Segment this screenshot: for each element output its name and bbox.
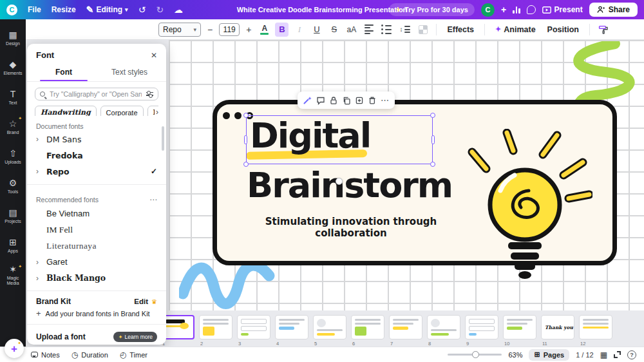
close-icon[interactable]: ✕	[151, 51, 157, 60]
position-button[interactable]: Position	[544, 25, 583, 34]
page-thumbnail-image[interactable]	[313, 315, 346, 339]
trash-icon[interactable]	[366, 95, 377, 106]
font-family-selector[interactable]: Repo ▾	[158, 23, 201, 37]
help-button[interactable]: ?	[627, 350, 636, 359]
editing-mode-menu[interactable]: ✎ Editing ▾	[86, 5, 128, 14]
insights-icon[interactable]	[513, 6, 520, 14]
undo-button[interactable]: ↺	[138, 5, 146, 14]
recommended-more-icon[interactable]: ⋯	[149, 195, 157, 204]
page-thumbnail[interactable]: 9	[465, 315, 498, 347]
comment-icon[interactable]	[315, 95, 326, 106]
bullet-list-button[interactable]	[379, 23, 393, 37]
resize-menu[interactable]: Resize	[52, 5, 76, 14]
zoom-slider[interactable]	[448, 354, 502, 356]
page-thumbnail[interactable]: 10	[503, 315, 536, 347]
selection-handle[interactable]	[430, 113, 435, 118]
sidebar-item-projects[interactable]: ▤Projects	[0, 201, 26, 231]
page-thumbnail-image[interactable]	[275, 315, 308, 339]
sidebar-item-design[interactable]: ▦Design	[0, 23, 26, 53]
selection-handle[interactable]	[430, 162, 435, 167]
selection-handle[interactable]	[243, 113, 249, 118]
font-row-be-vietnam[interactable]: Be Vietnam	[27, 205, 166, 222]
font-row-repo[interactable]: ›Repo✓	[27, 164, 166, 180]
page-thumbnail[interactable]: 7	[389, 315, 422, 347]
effects-button[interactable]: Effects	[443, 25, 478, 34]
share-button[interactable]: Share	[589, 3, 638, 17]
sidebar-item-elements[interactable]: ◆Elements	[0, 53, 26, 82]
zoom-slider-knob[interactable]	[472, 351, 479, 358]
underline-button[interactable]: U	[310, 23, 323, 37]
bold-button[interactable]: B	[275, 23, 289, 37]
copy-icon[interactable]	[341, 95, 352, 106]
zoom-level[interactable]: 63%	[508, 351, 522, 359]
selection-handle[interactable]	[243, 162, 249, 167]
font-search-input[interactable]	[48, 90, 143, 99]
selection-side-handle[interactable]	[244, 135, 247, 144]
sidebar-item-text[interactable]: TText	[0, 82, 26, 112]
user-avatar[interactable]: C	[481, 3, 495, 17]
page-thumbnail-image[interactable]	[199, 315, 232, 339]
notes-button[interactable]: Notes	[31, 351, 60, 359]
sidebar-item-uploads[interactable]: ⇧Uploads	[0, 142, 26, 171]
letter-case-button[interactable]: aA	[345, 23, 358, 37]
copy-style-button[interactable]	[596, 23, 611, 37]
page-thumbnail[interactable]: 5	[313, 315, 346, 347]
heading-text-line2[interactable]: Brainstorm	[247, 168, 452, 203]
tab-font[interactable]: Font	[31, 62, 97, 81]
page-thumbnail-image[interactable]	[389, 315, 422, 339]
sidebar-item-apps[interactable]: ⊞Apps	[0, 231, 26, 260]
fullscreen-icon[interactable]	[614, 351, 621, 358]
page-thumbnail-image[interactable]	[503, 315, 536, 339]
strikethrough-button[interactable]: S	[327, 23, 341, 37]
page-thumbnail[interactable]: 4	[275, 315, 308, 347]
document-title[interactable]: White Creative Doodle Brainstorming Pres…	[237, 0, 408, 19]
page-thumbnail-image[interactable]	[465, 315, 498, 339]
file-menu[interactable]: File	[28, 5, 41, 14]
brand-kit-edit-button[interactable]: Edit	[134, 298, 148, 305]
font-row-black-mango[interactable]: ›Black Mango	[27, 270, 166, 286]
font-search-box[interactable]	[35, 88, 158, 100]
present-button[interactable]: Present	[542, 5, 583, 14]
lightbulb-doodle[interactable]	[467, 129, 592, 287]
redo-button[interactable]: ↻	[156, 5, 164, 14]
page-thumbnail[interactable]: 12	[579, 315, 612, 347]
text-color-button[interactable]: A	[258, 23, 271, 37]
timer-button[interactable]: ◴ Timer	[120, 351, 147, 359]
chevron-right-icon[interactable]: ›	[36, 258, 43, 267]
font-row-garet[interactable]: ›Garet	[27, 254, 166, 270]
sidebar-item-magic-media[interactable]: ✶Magic Media✦	[0, 260, 26, 290]
add-member-button[interactable]: +	[501, 5, 506, 15]
sidebar-item-brand[interactable]: ☆Brand✦	[0, 112, 26, 142]
sidebar-item-tools[interactable]: ⚙Tools	[0, 171, 26, 201]
italic-button[interactable]: I	[292, 23, 306, 37]
learn-more-badge[interactable]: ✦ Learn more	[113, 332, 157, 342]
more-options-icon[interactable]: ⋯	[379, 95, 390, 106]
lock-icon[interactable]	[328, 95, 339, 106]
chips-scroll-icon[interactable]: ›	[155, 108, 158, 116]
page-thumbnail-image[interactable]	[579, 315, 612, 339]
pages-toggle-button[interactable]: ⊞ Pages	[529, 349, 569, 361]
magic-wand-icon[interactable]	[302, 95, 313, 106]
page-thumbnail-image[interactable]	[427, 315, 460, 339]
chevron-right-icon[interactable]: ›	[36, 167, 43, 176]
grid-view-icon[interactable]: ▦	[600, 351, 607, 359]
subtitle-text[interactable]: Stimulating innovation through collabora…	[245, 216, 457, 239]
font-row-dm-sans[interactable]: ›DM Sans	[27, 131, 166, 148]
chevron-right-icon[interactable]: ›	[36, 135, 43, 144]
page-thumbnail[interactable]: 2	[199, 315, 232, 347]
panel-scrollbar[interactable]	[162, 126, 164, 151]
save-status-icon[interactable]: ☁ ✓	[174, 5, 183, 15]
tab-text-styles[interactable]: Text styles	[97, 62, 162, 81]
duplicate-icon[interactable]	[354, 95, 365, 106]
page-thumbnail-image[interactable]: Thank you	[541, 315, 574, 339]
slide-canvas[interactable]: Digital Brainstorm Stimulating innovatio…	[169, 40, 644, 310]
font-size-increase-button[interactable]: +	[243, 24, 254, 35]
font-row-fredoka[interactable]: Fredoka	[27, 148, 166, 164]
canva-logo[interactable]: C	[6, 5, 17, 15]
font-row-literaturnaya[interactable]: Literaturnaya	[27, 238, 166, 254]
duration-button[interactable]: ◷ Duration	[71, 351, 108, 359]
page-thumbnail[interactable]: 6	[351, 315, 384, 347]
font-category-chip-corporate[interactable]: Corporate	[100, 106, 144, 116]
chevron-right-icon[interactable]: ›	[36, 274, 43, 283]
filter-icon[interactable]	[146, 92, 153, 96]
